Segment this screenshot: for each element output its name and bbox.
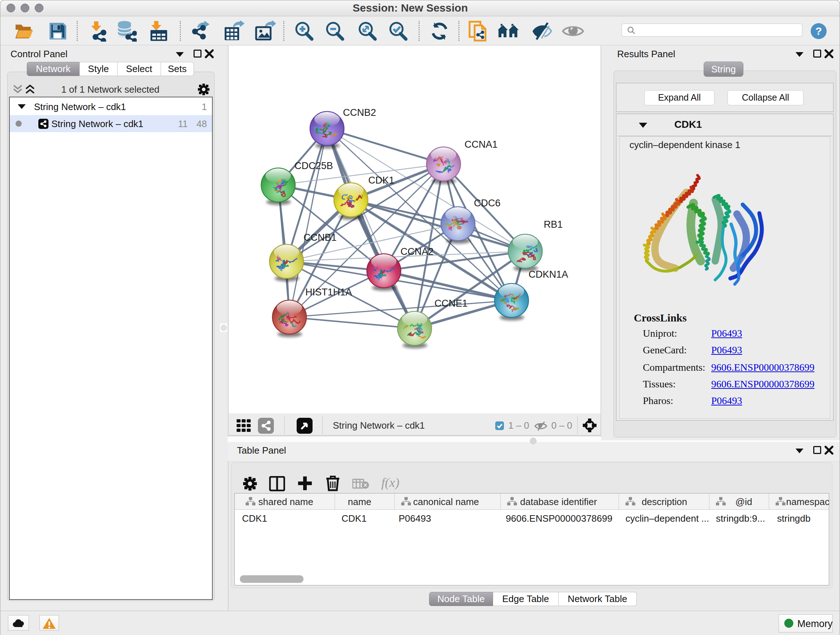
svg-text:CDC25B: CDC25B [294,160,333,171]
svg-text:CCNB2: CCNB2 [343,107,376,118]
svg-text:HIST1H1A: HIST1H1A [305,287,352,298]
svg-text:CDK1: CDK1 [368,175,394,186]
svg-text:CCNA1: CCNA1 [464,139,498,150]
svg-text:?: ? [815,25,822,37]
svg-text:CDC6: CDC6 [474,198,501,209]
svg-text:CCNE1: CCNE1 [434,298,468,309]
svg-text:CCNB1: CCNB1 [303,232,337,243]
svg-text:RB1: RB1 [544,219,563,230]
svg-text:CDKN1A: CDKN1A [529,269,568,280]
svg-text:CCNA2: CCNA2 [401,246,434,257]
